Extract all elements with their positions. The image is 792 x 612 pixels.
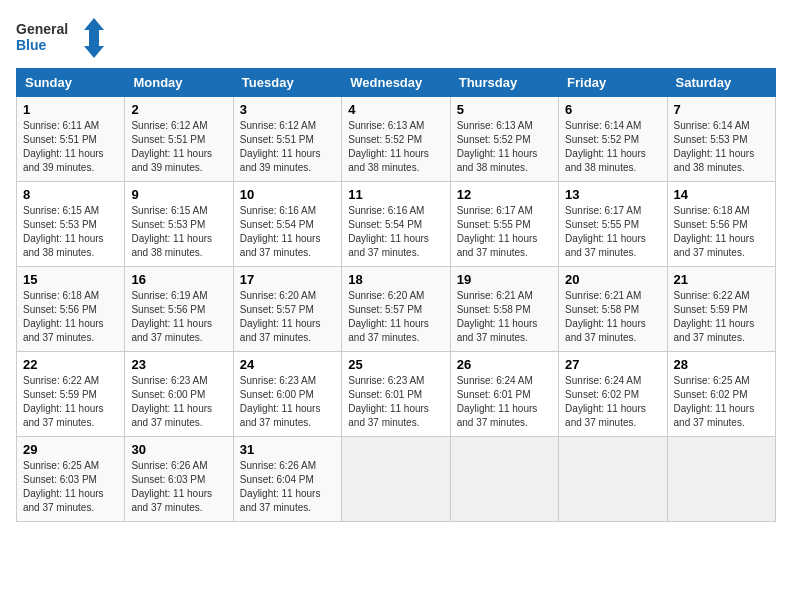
- calendar-cell: 8Sunrise: 6:15 AM Sunset: 5:53 PM Daylig…: [17, 182, 125, 267]
- day-number: 29: [23, 442, 118, 457]
- day-number: 23: [131, 357, 226, 372]
- day-info: Sunrise: 6:16 AM Sunset: 5:54 PM Dayligh…: [348, 204, 443, 260]
- day-info: Sunrise: 6:25 AM Sunset: 6:03 PM Dayligh…: [23, 459, 118, 515]
- day-number: 31: [240, 442, 335, 457]
- day-number: 26: [457, 357, 552, 372]
- day-number: 10: [240, 187, 335, 202]
- calendar-week-2: 8Sunrise: 6:15 AM Sunset: 5:53 PM Daylig…: [17, 182, 776, 267]
- column-header-thursday: Thursday: [450, 69, 558, 97]
- calendar-cell: 11Sunrise: 6:16 AM Sunset: 5:54 PM Dayli…: [342, 182, 450, 267]
- calendar-cell: 4Sunrise: 6:13 AM Sunset: 5:52 PM Daylig…: [342, 97, 450, 182]
- calendar-cell: [559, 437, 667, 522]
- day-info: Sunrise: 6:19 AM Sunset: 5:56 PM Dayligh…: [131, 289, 226, 345]
- day-info: Sunrise: 6:23 AM Sunset: 6:00 PM Dayligh…: [240, 374, 335, 430]
- day-number: 17: [240, 272, 335, 287]
- day-number: 27: [565, 357, 660, 372]
- day-number: 12: [457, 187, 552, 202]
- calendar-cell: [450, 437, 558, 522]
- calendar-cell: 26Sunrise: 6:24 AM Sunset: 6:01 PM Dayli…: [450, 352, 558, 437]
- day-number: 21: [674, 272, 769, 287]
- calendar-cell: 5Sunrise: 6:13 AM Sunset: 5:52 PM Daylig…: [450, 97, 558, 182]
- day-number: 22: [23, 357, 118, 372]
- calendar-cell: 29Sunrise: 6:25 AM Sunset: 6:03 PM Dayli…: [17, 437, 125, 522]
- calendar-cell: [667, 437, 775, 522]
- calendar-cell: 7Sunrise: 6:14 AM Sunset: 5:53 PM Daylig…: [667, 97, 775, 182]
- general-blue-logo: General Blue: [16, 16, 106, 60]
- day-number: 30: [131, 442, 226, 457]
- day-info: Sunrise: 6:16 AM Sunset: 5:54 PM Dayligh…: [240, 204, 335, 260]
- calendar-cell: 31Sunrise: 6:26 AM Sunset: 6:04 PM Dayli…: [233, 437, 341, 522]
- calendar-week-3: 15Sunrise: 6:18 AM Sunset: 5:56 PM Dayli…: [17, 267, 776, 352]
- day-number: 1: [23, 102, 118, 117]
- day-info: Sunrise: 6:17 AM Sunset: 5:55 PM Dayligh…: [565, 204, 660, 260]
- calendar-header-row: SundayMondayTuesdayWednesdayThursdayFrid…: [17, 69, 776, 97]
- calendar-cell: 3Sunrise: 6:12 AM Sunset: 5:51 PM Daylig…: [233, 97, 341, 182]
- day-number: 9: [131, 187, 226, 202]
- calendar-cell: 14Sunrise: 6:18 AM Sunset: 5:56 PM Dayli…: [667, 182, 775, 267]
- calendar-cell: 22Sunrise: 6:22 AM Sunset: 5:59 PM Dayli…: [17, 352, 125, 437]
- day-info: Sunrise: 6:21 AM Sunset: 5:58 PM Dayligh…: [457, 289, 552, 345]
- day-number: 5: [457, 102, 552, 117]
- column-header-wednesday: Wednesday: [342, 69, 450, 97]
- day-info: Sunrise: 6:15 AM Sunset: 5:53 PM Dayligh…: [23, 204, 118, 260]
- calendar-week-1: 1Sunrise: 6:11 AM Sunset: 5:51 PM Daylig…: [17, 97, 776, 182]
- day-info: Sunrise: 6:26 AM Sunset: 6:04 PM Dayligh…: [240, 459, 335, 515]
- day-info: Sunrise: 6:12 AM Sunset: 5:51 PM Dayligh…: [131, 119, 226, 175]
- day-info: Sunrise: 6:11 AM Sunset: 5:51 PM Dayligh…: [23, 119, 118, 175]
- day-number: 3: [240, 102, 335, 117]
- day-number: 20: [565, 272, 660, 287]
- day-info: Sunrise: 6:20 AM Sunset: 5:57 PM Dayligh…: [348, 289, 443, 345]
- day-number: 13: [565, 187, 660, 202]
- day-info: Sunrise: 6:18 AM Sunset: 5:56 PM Dayligh…: [23, 289, 118, 345]
- day-number: 25: [348, 357, 443, 372]
- day-info: Sunrise: 6:20 AM Sunset: 5:57 PM Dayligh…: [240, 289, 335, 345]
- day-info: Sunrise: 6:13 AM Sunset: 5:52 PM Dayligh…: [348, 119, 443, 175]
- day-info: Sunrise: 6:22 AM Sunset: 5:59 PM Dayligh…: [674, 289, 769, 345]
- column-header-monday: Monday: [125, 69, 233, 97]
- day-info: Sunrise: 6:13 AM Sunset: 5:52 PM Dayligh…: [457, 119, 552, 175]
- day-number: 4: [348, 102, 443, 117]
- day-number: 7: [674, 102, 769, 117]
- day-number: 8: [23, 187, 118, 202]
- svg-text:Blue: Blue: [16, 37, 47, 53]
- svg-marker-2: [84, 18, 104, 58]
- calendar-cell: 10Sunrise: 6:16 AM Sunset: 5:54 PM Dayli…: [233, 182, 341, 267]
- calendar-cell: 23Sunrise: 6:23 AM Sunset: 6:00 PM Dayli…: [125, 352, 233, 437]
- calendar-cell: 16Sunrise: 6:19 AM Sunset: 5:56 PM Dayli…: [125, 267, 233, 352]
- calendar-cell: 18Sunrise: 6:20 AM Sunset: 5:57 PM Dayli…: [342, 267, 450, 352]
- page-header: General Blue: [16, 16, 776, 60]
- day-info: Sunrise: 6:21 AM Sunset: 5:58 PM Dayligh…: [565, 289, 660, 345]
- logo: General Blue: [16, 16, 106, 60]
- day-info: Sunrise: 6:17 AM Sunset: 5:55 PM Dayligh…: [457, 204, 552, 260]
- calendar-cell: 30Sunrise: 6:26 AM Sunset: 6:03 PM Dayli…: [125, 437, 233, 522]
- svg-text:General: General: [16, 21, 68, 37]
- day-info: Sunrise: 6:24 AM Sunset: 6:01 PM Dayligh…: [457, 374, 552, 430]
- day-info: Sunrise: 6:25 AM Sunset: 6:02 PM Dayligh…: [674, 374, 769, 430]
- calendar-cell: 6Sunrise: 6:14 AM Sunset: 5:52 PM Daylig…: [559, 97, 667, 182]
- calendar-cell: 13Sunrise: 6:17 AM Sunset: 5:55 PM Dayli…: [559, 182, 667, 267]
- calendar-cell: 1Sunrise: 6:11 AM Sunset: 5:51 PM Daylig…: [17, 97, 125, 182]
- day-info: Sunrise: 6:22 AM Sunset: 5:59 PM Dayligh…: [23, 374, 118, 430]
- calendar-cell: 15Sunrise: 6:18 AM Sunset: 5:56 PM Dayli…: [17, 267, 125, 352]
- calendar-cell: 25Sunrise: 6:23 AM Sunset: 6:01 PM Dayli…: [342, 352, 450, 437]
- day-info: Sunrise: 6:23 AM Sunset: 6:00 PM Dayligh…: [131, 374, 226, 430]
- day-number: 6: [565, 102, 660, 117]
- column-header-tuesday: Tuesday: [233, 69, 341, 97]
- calendar-cell: 2Sunrise: 6:12 AM Sunset: 5:51 PM Daylig…: [125, 97, 233, 182]
- calendar-cell: 17Sunrise: 6:20 AM Sunset: 5:57 PM Dayli…: [233, 267, 341, 352]
- calendar-cell: 28Sunrise: 6:25 AM Sunset: 6:02 PM Dayli…: [667, 352, 775, 437]
- calendar-cell: 21Sunrise: 6:22 AM Sunset: 5:59 PM Dayli…: [667, 267, 775, 352]
- calendar-cell: 19Sunrise: 6:21 AM Sunset: 5:58 PM Dayli…: [450, 267, 558, 352]
- calendar-cell: 9Sunrise: 6:15 AM Sunset: 5:53 PM Daylig…: [125, 182, 233, 267]
- day-info: Sunrise: 6:18 AM Sunset: 5:56 PM Dayligh…: [674, 204, 769, 260]
- day-number: 16: [131, 272, 226, 287]
- calendar-week-4: 22Sunrise: 6:22 AM Sunset: 5:59 PM Dayli…: [17, 352, 776, 437]
- calendar-cell: 20Sunrise: 6:21 AM Sunset: 5:58 PM Dayli…: [559, 267, 667, 352]
- day-number: 28: [674, 357, 769, 372]
- day-info: Sunrise: 6:14 AM Sunset: 5:52 PM Dayligh…: [565, 119, 660, 175]
- column-header-sunday: Sunday: [17, 69, 125, 97]
- day-info: Sunrise: 6:26 AM Sunset: 6:03 PM Dayligh…: [131, 459, 226, 515]
- column-header-saturday: Saturday: [667, 69, 775, 97]
- day-number: 2: [131, 102, 226, 117]
- day-info: Sunrise: 6:24 AM Sunset: 6:02 PM Dayligh…: [565, 374, 660, 430]
